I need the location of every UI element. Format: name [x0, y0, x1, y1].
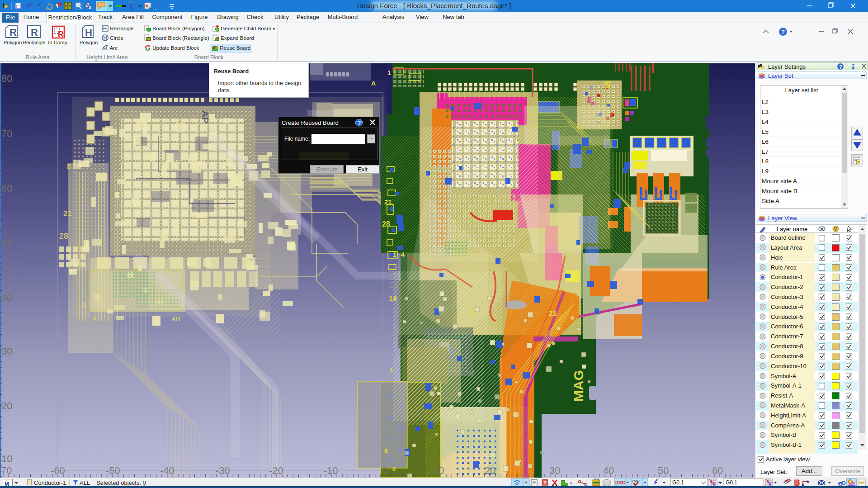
svg-text:4: 4 [401, 251, 405, 258]
svg-text:-60: -60 [51, 465, 65, 476]
svg-text:-20: -20 [269, 465, 283, 476]
svg-text:30: 30 [1, 346, 12, 357]
svg-text:-50: -50 [106, 465, 120, 476]
svg-text:MAG: MAG [571, 370, 586, 402]
svg-text:G0.1: G0.1 [672, 479, 684, 486]
svg-text:20: 20 [1, 400, 12, 412]
svg-text:H: H [85, 27, 92, 38]
svg-text:0: 0 [392, 466, 396, 473]
svg-text:7: 7 [107, 315, 111, 322]
svg-text:30: 30 [549, 465, 560, 476]
svg-text:14: 14 [389, 295, 397, 303]
svg-text:1: 1 [83, 302, 87, 309]
svg-text:H: H [104, 35, 107, 41]
svg-text:1: 1 [393, 251, 396, 258]
svg-text:?: ? [358, 120, 361, 126]
svg-text:A: A [371, 80, 376, 87]
svg-text:-40: -40 [160, 465, 175, 476]
svg-text:80: 80 [1, 73, 12, 84]
svg-text:1: 1 [390, 366, 393, 374]
svg-text:0: 0 [382, 465, 387, 476]
svg-text:50: 50 [1, 237, 12, 249]
svg-text:50: 50 [658, 465, 669, 476]
svg-text:?: ? [839, 64, 842, 70]
svg-text:10: 10 [433, 465, 444, 476]
svg-text:70: 70 [1, 128, 12, 139]
svg-text:R: R [58, 30, 64, 39]
svg-text:15: 15 [603, 81, 612, 90]
svg-text:H: H [103, 26, 107, 31]
svg-text:CN3: CN3 [460, 369, 476, 377]
svg-text:A: A [92, 315, 97, 322]
svg-text:40: 40 [603, 465, 614, 476]
svg-text:40: 40 [1, 292, 12, 303]
svg-text:R: R [31, 27, 38, 38]
svg-text:?: ? [781, 28, 785, 35]
svg-text:1: 1 [470, 309, 474, 317]
svg-text:10: 10 [1, 453, 12, 464]
svg-text:AH: AH [171, 315, 180, 322]
svg-text:-30: -30 [216, 465, 230, 476]
svg-text:POST: POST [632, 479, 640, 482]
svg-text:20: 20 [485, 465, 495, 476]
svg-text:1: 1 [387, 69, 391, 76]
svg-text:1: 1 [78, 244, 81, 252]
svg-text:21: 21 [63, 209, 72, 218]
svg-text:8: 8 [384, 447, 388, 455]
svg-text:8: 8 [67, 162, 71, 171]
svg-text:28: 28 [382, 220, 390, 228]
svg-text:DRC: DRC [615, 480, 625, 485]
svg-text:H: H [104, 46, 107, 51]
svg-text:60: 60 [712, 465, 723, 476]
svg-text:R: R [9, 27, 17, 38]
svg-text:70: 70 [1, 465, 12, 476]
svg-text:G0.1: G0.1 [726, 479, 737, 486]
svg-text:60: 60 [1, 183, 12, 194]
svg-text:21: 21 [384, 198, 392, 206]
svg-text:28: 28 [59, 232, 68, 241]
svg-text:-10: -10 [324, 465, 338, 476]
svg-text:21: 21 [548, 309, 557, 318]
